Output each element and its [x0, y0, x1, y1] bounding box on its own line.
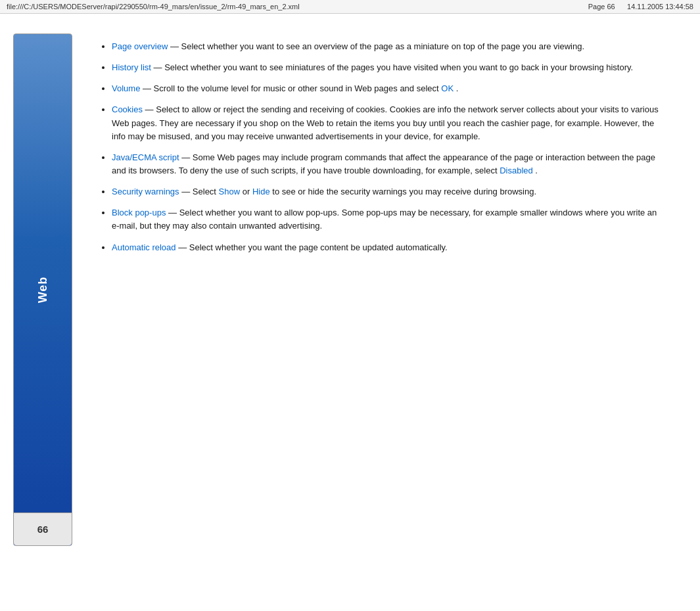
- text-automatic-reload: — Select whether you want the page conte…: [178, 242, 448, 252]
- term-ok: OK: [441, 83, 454, 93]
- term-automatic-reload: Automatic reload: [112, 242, 176, 252]
- term-java-ecma: Java/ECMA script: [112, 152, 179, 162]
- text-page-overview: — Select whether you want to see an over…: [170, 41, 584, 51]
- main-area: Web 66 Page overview — Select whether yo…: [0, 14, 700, 606]
- text-cookies: — Select to allow or reject the sending …: [112, 104, 659, 141]
- term-page-overview: Page overview: [112, 41, 168, 51]
- feature-list: Page overview — Select whether you want …: [99, 40, 661, 254]
- list-item: Page overview — Select whether you want …: [112, 40, 661, 53]
- term-show: Show: [219, 187, 241, 196]
- text-security-warnings-after: to see or hide the security warnings you…: [272, 187, 536, 196]
- top-bar: file:///C:/USERS/MODEServer/rapi/2290550…: [0, 0, 700, 14]
- term-security-warnings: Security warnings: [112, 187, 179, 196]
- text-block-popups: — Select whether you want to allow pop-u…: [112, 208, 657, 231]
- text-java-ecma-after: .: [535, 166, 538, 175]
- text-java-ecma: — Some Web pages may include program com…: [112, 152, 655, 175]
- list-item: Java/ECMA script — Some Web pages may in…: [112, 151, 661, 177]
- term-disabled: Disabled: [500, 166, 533, 175]
- list-item: Cookies — Select to allow or reject the …: [112, 103, 661, 143]
- list-item: Automatic reload — Select whether you wa…: [112, 241, 661, 254]
- list-item: Volume — Scroll to the volume level for …: [112, 82, 661, 95]
- page-number-box: 66: [14, 512, 72, 545]
- term-cookies: Cookies: [112, 104, 143, 114]
- list-item: Block pop-ups — Select whether you want …: [112, 206, 661, 233]
- sidebar: Web 66: [13, 34, 72, 546]
- page-number: 66: [37, 524, 49, 535]
- text-security-warnings: — Select: [181, 187, 218, 196]
- content-area: Page overview — Select whether you want …: [72, 27, 674, 593]
- filepath: file:///C:/USERS/MODEServer/rapi/2290550…: [7, 3, 300, 11]
- list-item: History list — Select whether you want t…: [112, 61, 661, 74]
- term-history-list: History list: [112, 62, 151, 72]
- list-item: Security warnings — Select Show or Hide …: [112, 185, 661, 198]
- sidebar-tab-label: Web: [36, 277, 50, 304]
- text-volume: — Scroll to the volume level for music o…: [143, 83, 441, 93]
- page-label: Page 66 14.11.2005 13:44:58: [588, 3, 693, 11]
- term-hide: Hide: [252, 187, 270, 196]
- term-volume: Volume: [112, 83, 140, 93]
- text-security-warnings-mid: or: [243, 187, 252, 196]
- term-block-popups: Block pop-ups: [112, 208, 166, 217]
- text-volume-after: .: [456, 83, 459, 93]
- text-history-list: — Select whether you want to see miniatu…: [154, 62, 634, 72]
